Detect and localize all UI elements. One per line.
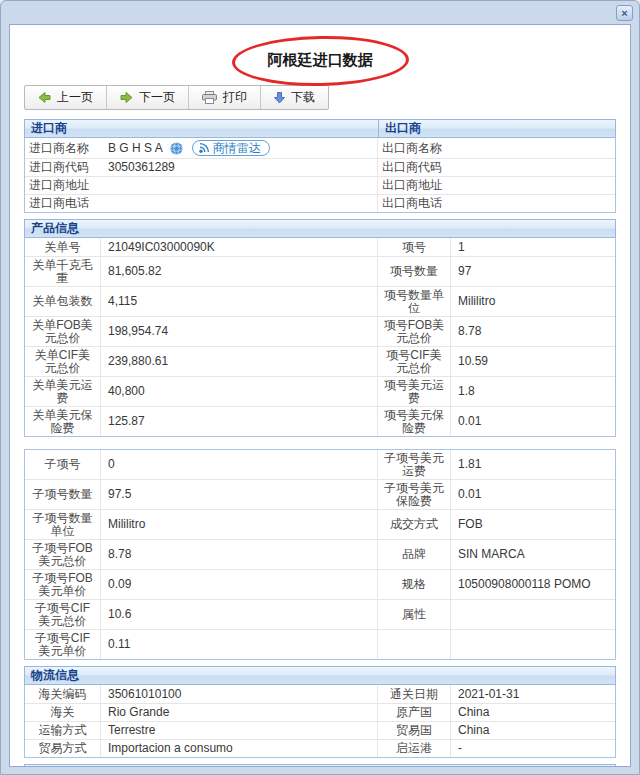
radar-badge-label: 商情雷达: [213, 142, 261, 155]
field-value: FOB: [451, 510, 615, 539]
field-value: China: [451, 722, 615, 739]
field-value: [101, 195, 378, 212]
next-page-button[interactable]: 下一页: [107, 86, 189, 109]
field-value: [451, 600, 615, 629]
field-value: Terrestre: [101, 722, 378, 739]
table-row: 子项号FOB美元单价 0.09 规格 10500908000118 POMO: [25, 569, 615, 599]
field-label: 品牌: [378, 540, 451, 569]
field-value: 0.11: [101, 630, 378, 659]
field-label: 项号美元保险费: [378, 407, 451, 436]
radar-icon: [198, 142, 210, 154]
logistics-section: 物流信息 海关编码 35061010100 通关日期 2021-01-31 海关…: [24, 666, 616, 758]
field-label: 子项号CIF美元总价: [25, 600, 101, 629]
product-table-b: 子项号 0 子项号美元运费 1.81 子项号数量 97.5 子项号美元保险费 0…: [24, 449, 616, 660]
radar-badge[interactable]: 商情雷达: [192, 140, 270, 156]
field-value: 35061010100: [101, 685, 378, 703]
table-row: 关单号 21049IC03000090K 项号 1: [25, 238, 615, 256]
field-label: 关单号: [25, 238, 101, 256]
download-button[interactable]: 下载: [261, 86, 328, 109]
field-value: 81,605.82: [101, 257, 378, 286]
field-value: B G H S A 商情雷达: [101, 138, 378, 158]
product-table-a: 关单号 21049IC03000090K 项号 1 关单千克毛重 81,605.…: [24, 238, 616, 437]
field-value: 0.09: [101, 570, 378, 599]
prev-page-label: 上一页: [57, 89, 93, 106]
field-value: 0.01: [451, 480, 615, 509]
table-row: 海关编码 35061010100 通关日期 2021-01-31: [25, 685, 615, 703]
field-value: 8.78: [451, 317, 615, 346]
table-row: 子项号CIF美元总价 10.6 属性: [25, 599, 615, 629]
print-button[interactable]: 打印: [189, 86, 261, 109]
globe-icon[interactable]: [170, 142, 183, 155]
importer-header: 进口商: [25, 120, 379, 137]
field-value: 1: [451, 238, 615, 256]
field-label: 项号FOB美元总价: [378, 317, 451, 346]
field-value: Rio Grande: [101, 704, 378, 721]
field-value: 8.78: [101, 540, 378, 569]
field-label: 进口商电话: [25, 195, 101, 212]
field-value: [451, 138, 615, 158]
field-value: SIN MARCA: [451, 540, 615, 569]
field-label: 海关编码: [25, 685, 101, 703]
field-label: 规格: [378, 570, 451, 599]
field-label: 运输方式: [25, 722, 101, 739]
print-label: 打印: [223, 89, 247, 106]
field-value: [451, 159, 615, 176]
field-label: 启运港: [378, 740, 451, 757]
field-label: 子项号: [25, 450, 101, 479]
field-label: 原产国: [378, 704, 451, 721]
field-value: 1.8: [451, 377, 615, 406]
importer-name: B G H S A: [108, 142, 163, 155]
field-label: 项号数量单位: [378, 287, 451, 316]
description-header: 描述: [24, 764, 616, 767]
field-label: 成交方式: [378, 510, 451, 539]
field-value: 3050361289: [101, 159, 378, 176]
field-value: [451, 195, 615, 212]
next-page-label: 下一页: [139, 89, 175, 106]
field-value: [451, 630, 615, 659]
field-label: 子项号数量单位: [25, 510, 101, 539]
product-info-section: 产品信息 关单号 21049IC03000090K 项号 1 关单千克毛重 81…: [24, 219, 616, 660]
table-row: 进口商电话 出口商电话: [25, 194, 615, 212]
field-label: 关单美元保险费: [25, 407, 101, 436]
table-row: 子项号数量单位 Mililitro 成交方式 FOB: [25, 509, 615, 539]
field-label: 子项号FOB美元单价: [25, 570, 101, 599]
field-label: 关单美元运费: [25, 377, 101, 406]
table-row: 进口商名称 B G H S A 商情雷达 出口商名称: [25, 138, 615, 158]
table-row: 关单美元运费 40,800 项号美元运费 1.8: [25, 376, 615, 406]
field-label: 子项号数量: [25, 480, 101, 509]
description-section: 描述 海关编码描述 EN ENVASES DE PESO NETO INFERI…: [24, 764, 616, 767]
arrow-down-icon: [274, 92, 285, 104]
field-value: 97.5: [101, 480, 378, 509]
field-value: Mililitro: [101, 510, 378, 539]
field-label: 子项号美元运费: [378, 450, 451, 479]
field-value: [101, 177, 378, 194]
field-value: 4,115: [101, 287, 378, 316]
dialog-window: × 阿根廷进口数据 上一页 下一页: [0, 0, 640, 775]
field-value: Importacion a consumo: [101, 740, 378, 757]
field-label: 子项号FOB美元总价: [25, 540, 101, 569]
field-label: 进口商代码: [25, 159, 101, 176]
table-row: 关单千克毛重 81,605.82 项号数量 97: [25, 256, 615, 286]
field-value: 198,954.74: [101, 317, 378, 346]
table-row: 子项号数量 97.5 子项号美元保险费 0.01: [25, 479, 615, 509]
field-label: 出口商名称: [378, 138, 451, 158]
field-label: 出口商代码: [378, 159, 451, 176]
printer-icon: [202, 91, 217, 104]
field-label: 进口商地址: [25, 177, 101, 194]
toolbar: 上一页 下一页 打印 下载: [24, 85, 329, 110]
table-row: 海关 Rio Grande 原产国 China: [25, 703, 615, 721]
table-row: 进口商地址 出口商地址: [25, 176, 615, 194]
field-value: Mililitro: [451, 287, 615, 316]
field-value: 0: [101, 450, 378, 479]
field-label: 贸易方式: [25, 740, 101, 757]
field-value: 40,800: [101, 377, 378, 406]
prev-page-button[interactable]: 上一页: [25, 86, 107, 109]
field-label: [378, 630, 451, 659]
field-value: China: [451, 704, 615, 721]
logistics-header: 物流信息: [24, 666, 616, 685]
field-value: 21049IC03000090K: [101, 238, 378, 256]
field-value: 2021-01-31: [451, 685, 615, 703]
field-label: 项号CIF美元总价: [378, 347, 451, 376]
product-info-header: 产品信息: [24, 219, 616, 238]
close-icon[interactable]: ×: [616, 5, 633, 21]
